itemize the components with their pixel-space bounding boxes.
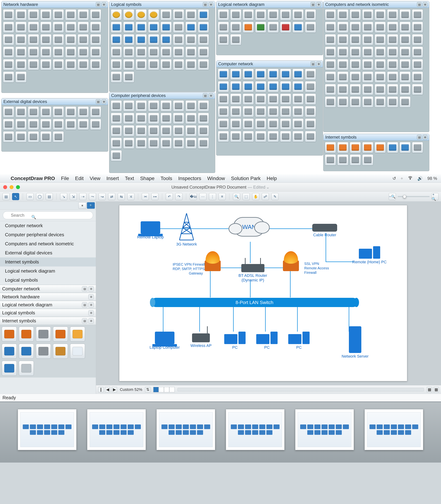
- stencil-item[interactable]: [198, 9, 209, 20]
- library-search-input[interactable]: [3, 211, 93, 219]
- stencil-item[interactable]: [412, 59, 423, 70]
- stencil-item[interactable]: [243, 69, 254, 80]
- stencil-item[interactable]: [387, 59, 398, 70]
- stencil-item[interactable]: [305, 9, 316, 20]
- lan-switch-shape[interactable]: 8-Port LAN Switch: [151, 298, 358, 307]
- stencil-item[interactable]: [16, 71, 27, 82]
- stencil-item[interactable]: [255, 22, 266, 33]
- palette-logical_symbols[interactable]: Logical symbols▤⊗: [109, 1, 215, 92]
- pointer-tool-button[interactable]: ↖: [12, 193, 19, 200]
- stencil-item[interactable]: [255, 106, 266, 117]
- stencil-item[interactable]: [400, 9, 410, 20]
- ellipse-tool-button[interactable]: ◯: [36, 193, 43, 200]
- next-page-button[interactable]: ▶: [112, 387, 117, 392]
- side-tab-search[interactable]: 🔍: [87, 202, 95, 209]
- stencil-item[interactable]: [350, 97, 361, 107]
- gallery-thumbnail[interactable]: [157, 409, 215, 450]
- stencil-item[interactable]: [16, 59, 27, 70]
- stencil-item[interactable]: [375, 97, 386, 107]
- stencil-item[interactable]: [28, 47, 39, 58]
- palette-close-icon[interactable]: ⊗: [102, 99, 106, 104]
- stencil-item[interactable]: [218, 118, 229, 130]
- palette-save-icon[interactable]: ▤: [96, 99, 100, 104]
- document-edited-badge[interactable]: — Edited: [248, 185, 265, 190]
- stencil-item[interactable]: [280, 131, 291, 142]
- volume-icon[interactable]: 🔊: [417, 176, 423, 181]
- stencil-item[interactable]: [412, 22, 423, 33]
- stencil-item[interactable]: [305, 22, 316, 33]
- stencil-item[interactable]: [40, 34, 51, 45]
- stencil-item[interactable]: [123, 100, 134, 111]
- page-grid-button[interactable]: ▦: [434, 387, 439, 392]
- stencil-item[interactable]: [198, 47, 209, 58]
- library-save-icon[interactable]: ▤: [82, 286, 87, 292]
- page-tab-3[interactable]: [164, 387, 169, 392]
- zoom-window-button[interactable]: [16, 185, 20, 189]
- stencil-item[interactable]: [230, 131, 241, 142]
- palette-close-icon[interactable]: ⊗: [423, 135, 427, 139]
- stencil-item[interactable]: [218, 22, 229, 33]
- stencil-item[interactable]: [243, 81, 254, 92]
- stencil-item[interactable]: [268, 94, 279, 105]
- palette-ext_digital[interactable]: External digital devices▤⊗: [1, 98, 108, 152]
- gallery-thumbnail[interactable]: [87, 409, 146, 450]
- stencil-item[interactable]: [173, 47, 184, 58]
- stencil-item[interactable]: [65, 9, 76, 20]
- stencil-item[interactable]: [160, 9, 172, 20]
- stencil-item[interactable]: [375, 47, 386, 58]
- palette-close-icon[interactable]: ⊗: [316, 62, 321, 66]
- stencil-item[interactable]: [148, 125, 159, 136]
- stencil-item[interactable]: [305, 118, 316, 130]
- stencil-item[interactable]: [136, 125, 147, 136]
- stencil-item[interactable]: [293, 94, 303, 105]
- stencil-item[interactable]: [255, 81, 266, 92]
- stencil-item[interactable]: [65, 47, 76, 58]
- stencil-item[interactable]: [400, 22, 410, 33]
- stencil-item[interactable]: [123, 113, 134, 124]
- stencil-item[interactable]: [337, 154, 348, 165]
- stencil-item[interactable]: [280, 94, 291, 105]
- stencil-item[interactable]: [412, 9, 423, 20]
- palette-save-icon[interactable]: ▤: [311, 62, 315, 66]
- stencil-item[interactable]: [337, 71, 348, 82]
- stencil-item[interactable]: [40, 106, 51, 117]
- stencil-item[interactable]: [198, 138, 209, 149]
- stencil-item[interactable]: [160, 22, 172, 33]
- library-stencil-item[interactable]: [70, 327, 85, 341]
- stencil-item[interactable]: [78, 34, 89, 45]
- stencil-item[interactable]: [160, 113, 172, 124]
- minimize-window-button[interactable]: [10, 185, 14, 189]
- page-tab-2[interactable]: [159, 387, 164, 392]
- tree-tool-button[interactable]: ⊶: [151, 193, 158, 200]
- library-list-item[interactable]: Computers and network isometric: [0, 239, 96, 248]
- zoom-in-button[interactable]: ＋🔍: [431, 193, 439, 200]
- stencil-item[interactable]: [148, 113, 159, 124]
- stencil-item[interactable]: [362, 97, 373, 107]
- menu-shape[interactable]: Shape: [140, 176, 155, 181]
- stencil-item[interactable]: [28, 34, 39, 45]
- stencil-item[interactable]: [230, 22, 241, 33]
- palette-close-icon[interactable]: ⊗: [209, 2, 213, 7]
- timemachine-icon[interactable]: ↺: [393, 176, 396, 181]
- stencil-item[interactable]: [198, 59, 209, 70]
- stencil-item[interactable]: [65, 34, 76, 45]
- stencil-item[interactable]: [111, 34, 122, 45]
- stencil-item[interactable]: [350, 34, 361, 45]
- menu-tools[interactable]: Tools: [160, 176, 172, 181]
- library-save-icon[interactable]: ▤: [82, 302, 87, 308]
- zoom-slider[interactable]: −🔍 ＋🔍: [389, 193, 439, 200]
- stencil-item[interactable]: [28, 59, 39, 70]
- stencil-item[interactable]: [325, 97, 336, 107]
- menu-edit[interactable]: Edit: [75, 176, 84, 181]
- ssl-firewall-shape[interactable]: [283, 260, 299, 271]
- eyedropper-button[interactable]: ✎: [271, 193, 279, 200]
- stencil-item[interactable]: [293, 81, 303, 92]
- wireless-ap-shape[interactable]: [192, 333, 210, 342]
- stencil-item[interactable]: [111, 9, 122, 20]
- network-server-shape[interactable]: [349, 326, 361, 353]
- connector-8-button[interactable]: ⤭: [127, 193, 134, 200]
- stencil-item[interactable]: [243, 9, 254, 20]
- zoom-out-button[interactable]: −🔍: [389, 193, 396, 200]
- stencil-item[interactable]: [243, 22, 254, 33]
- align-left-button[interactable]: �ία: [190, 193, 197, 200]
